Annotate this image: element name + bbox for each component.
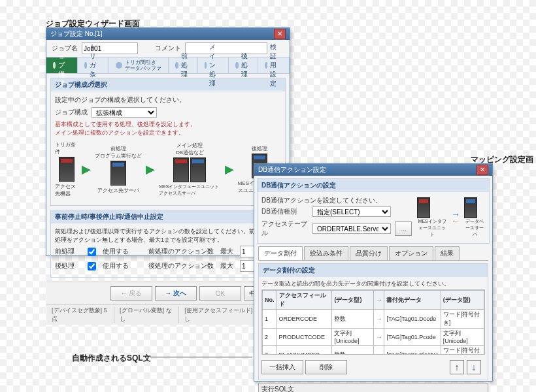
action-count-group: 事前停止時/事後停止時/通信中止設定 前処理および後処理以降で実行するアクション… <box>50 210 286 278</box>
scroll-up-button[interactable]: ↑ <box>450 360 464 374</box>
tab-job-config[interactable]: ジョブ構成 <box>46 57 78 73</box>
subtab-map[interactable]: データ割付 <box>258 246 303 260</box>
group-header: ジョブ構成の選択 <box>51 78 285 91</box>
device-icon <box>173 157 189 182</box>
tab-buffer[interactable]: トリガ間引き データバッファ <box>109 57 169 73</box>
comment-label: コメント <box>155 44 181 53</box>
batch-insert-button[interactable]: 一括挿入 <box>261 360 303 374</box>
mapping-table[interactable]: No.アクセスフィールド(データ型)→書付先データ(データ型)1ORDERCOD… <box>262 290 484 355</box>
table-cell[interactable]: 3 <box>263 346 277 355</box>
comm-type-label: DB通信種別 <box>261 207 309 216</box>
tab-trigger[interactable]: トリガ条件 <box>78 57 109 73</box>
table-row[interactable]: 3PLANNUMBER整数→[TAG]Tag01.PlanNoワード[符号付き] <box>263 346 484 355</box>
subtab-result[interactable]: 結果 <box>435 246 460 260</box>
subtab-filter[interactable]: 絞込み条件 <box>304 246 348 260</box>
table-cell[interactable]: ワード[符号付き] <box>441 310 484 329</box>
device-icon <box>110 161 126 186</box>
table-cell[interactable]: → <box>374 329 384 346</box>
arrow-right-icon: ▶ <box>82 162 91 176</box>
scroll-down-button[interactable]: ↓ <box>467 360 481 374</box>
subtab-option[interactable]: オプション <box>389 246 433 260</box>
tab-label: メイン処理 <box>209 42 222 88</box>
status-item: [デバイスセグ数象] 5点 <box>49 306 114 323</box>
close-button[interactable]: ✕ <box>274 29 286 39</box>
comm-type-select[interactable]: 指定(SELECT) <box>312 206 391 217</box>
tab-pre[interactable]: 前処理 <box>169 57 198 73</box>
browse-button[interactable]: … <box>395 221 412 236</box>
job-name-row: ジョブ名 コメント <box>46 40 290 57</box>
arrow-right-icon: ▶ <box>146 162 155 176</box>
pre-count-label: 前処理のアクション数 <box>148 247 214 256</box>
col-header: → <box>374 291 384 310</box>
table-row[interactable]: 2PRODUCTCODE文字列[Unicode]→[TAG]Tag01.Pcod… <box>263 329 484 346</box>
col-header: (データ型) <box>332 291 374 310</box>
group-header: 事前停止時/事後停止時/通信中止設定 <box>51 210 285 223</box>
pre-row: 前処理 使用する 前処理のアクション数 最大 <box>55 244 281 259</box>
group-header: データ割付の設定 <box>259 264 488 277</box>
device-icon <box>190 157 206 182</box>
sql-box: 実行SQL文 SELECT "ORDERCODE", "PRODUCTCODE"… <box>258 383 488 392</box>
table-cell[interactable]: ORDERCODE <box>276 310 332 329</box>
status-item: [グローバル変数] なし <box>117 306 179 323</box>
helper-text-2: メイン処理に複数のアクションを設定できます。 <box>55 129 281 137</box>
instruction-text: 設定中のジョブの構成を選択してください。 <box>55 95 281 105</box>
table-cell[interactable]: [TAG]Tag01.Pcode <box>384 329 441 346</box>
table-cell[interactable]: → <box>374 346 384 355</box>
flow-label: 前処理 プログラム実行など <box>95 145 142 159</box>
pre-use-checkbox[interactable] <box>88 248 96 256</box>
step-dot-icon <box>205 62 207 69</box>
wizard-title: ジョブ設定 No.[1] <box>50 28 102 40</box>
table-cell[interactable]: → <box>374 310 384 329</box>
flow-label: メイン処理 DB通信など <box>176 142 204 156</box>
max-label: 最大 <box>220 261 233 270</box>
tab-verify[interactable]: 検証用設定 <box>258 57 290 73</box>
back-button[interactable]: ← 戻る <box>110 286 152 301</box>
table-cell[interactable]: 整数 <box>332 310 374 329</box>
tab-post[interactable]: 後処理 <box>229 57 258 73</box>
post-row: 後処理 使用する 後処理のアクション数 最大 <box>55 259 281 273</box>
post-label: 後処理 <box>55 261 81 270</box>
wizard-titlebar: ジョブ設定 No.[1] ✕ <box>46 28 290 40</box>
step-dot-icon <box>265 62 267 69</box>
table-cell[interactable]: 1 <box>263 310 277 329</box>
tab-main[interactable]: メイン処理 <box>198 57 229 73</box>
step-dot-icon <box>235 62 239 69</box>
access-table-select[interactable]: ORDERTABLE.Server01 <box>312 223 391 234</box>
subtab-sort[interactable]: 品質分け <box>350 246 388 260</box>
flow-label: トリガ条件 <box>55 141 78 155</box>
table-cell[interactable]: PLANNUMBER <box>276 346 332 355</box>
table-cell[interactable]: 2 <box>263 329 277 346</box>
mapping-title: DB通信アクション設定 <box>258 164 326 176</box>
next-button[interactable]: → 次へ <box>155 286 197 301</box>
instruction-text: DB通信アクションを設定してください。 <box>261 196 412 205</box>
table-cell[interactable]: [TAG]Tag01.PlanNo <box>384 346 441 355</box>
step-dot-icon <box>116 62 122 69</box>
device-icon <box>59 157 75 182</box>
step-dot-icon <box>53 62 56 69</box>
table-cell[interactable]: [TAG]Tag01.Dcode <box>384 310 441 329</box>
table-cell[interactable]: 整数 <box>332 346 374 355</box>
col-header: (データ型) <box>441 291 484 310</box>
mapping-grid-group: データ割付の設定 データ取込と読出の間を出力先データの関連付けを設定してください… <box>258 263 488 380</box>
close-button[interactable]: ✕ <box>477 165 488 175</box>
ok-button[interactable]: OK <box>199 286 241 301</box>
table-cell[interactable]: 文字列[Unicode] <box>441 329 484 346</box>
table-cell[interactable]: 文字列[Unicode] <box>332 329 374 346</box>
post-use-checkbox[interactable] <box>88 262 96 270</box>
col-header: No. <box>263 291 277 310</box>
comment-input[interactable] <box>185 42 267 54</box>
table-row[interactable]: 1ORDERCODE整数→[TAG]Tag01.Dcodeワード[符号付き] <box>263 310 484 329</box>
delete-button[interactable]: 削除 <box>305 360 347 374</box>
step-dot-icon <box>84 62 87 69</box>
use-label: 使用する <box>103 247 129 256</box>
mapping-subtabs: データ割付 絞込み条件 品質分け オプション 結果 <box>258 246 488 261</box>
col-header: アクセスフィールド <box>276 291 332 310</box>
table-cell[interactable]: PRODUCTCODE <box>276 329 332 346</box>
table-cell[interactable]: ワード[符号付き] <box>441 346 484 355</box>
job-config-select[interactable]: 拡張構成 <box>92 107 157 118</box>
job-config-group: ジョブ構成の選択 設定中のジョブの構成を選択してください。 ジョブ構成 拡張構成… <box>50 78 286 206</box>
group-header: DB通信アクションの設定 <box>258 179 489 192</box>
device-label: アクセス先サーバ <box>97 187 139 194</box>
device-label: データベースサーバ <box>464 218 485 238</box>
step-dot-icon <box>175 62 178 69</box>
